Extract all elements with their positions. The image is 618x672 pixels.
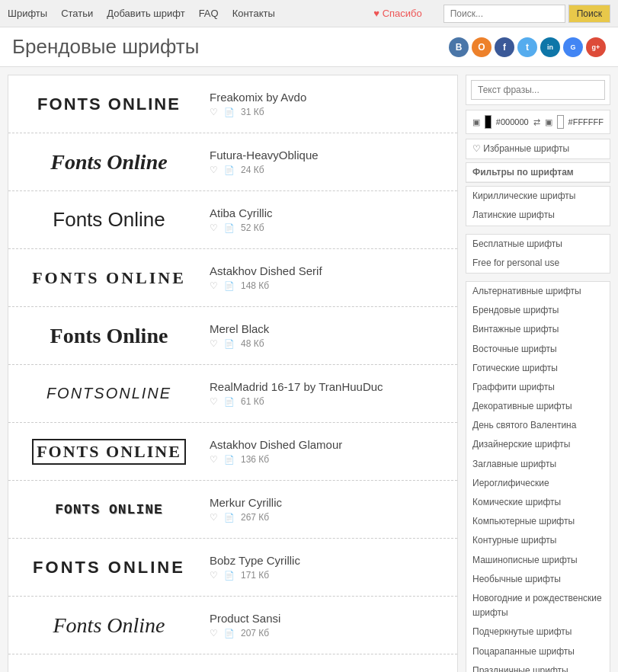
category-filter-link[interactable]: Восточные шрифты	[466, 340, 610, 359]
category-filter-link[interactable]: Граффити шрифты	[466, 378, 610, 397]
favorite-icon-merel[interactable]: ♡	[210, 338, 218, 349]
font-preview-freakomix[interactable]: FONTS ONLINE	[18, 83, 200, 125]
font-meta-bobz: ♡ 📄 171 Кб	[210, 570, 300, 581]
price-filter-section: Бесплатные шрифтыFree for personal use	[466, 234, 610, 274]
phrase-input[interactable]	[471, 80, 605, 100]
social-vk[interactable]: В	[449, 37, 469, 57]
category-filter-link[interactable]: Необычные шрифты	[466, 570, 610, 589]
font-meta-freakomix: ♡ 📄 31 Кб	[210, 107, 306, 117]
social-g1[interactable]: G	[563, 37, 583, 57]
font-name-futura[interactable]: Futura-HeavyOblique	[210, 149, 319, 162]
category-filter-section: Альтернативные шрифтыБрендовые шрифтыВин…	[466, 281, 610, 672]
font-preview-product[interactable]: Fonts Online	[18, 604, 200, 646]
font-name-atiba[interactable]: Atiba Cyrillic	[210, 206, 273, 219]
font-preview-astakhov-glamour[interactable]: FONTS ONLINE	[18, 430, 200, 472]
font-preview-atiba[interactable]: Fonts Online	[18, 199, 200, 241]
favorites-link[interactable]: ♡ Избранные шрифты	[466, 139, 610, 158]
font-preview-bobz[interactable]: FONTS ONLINE	[18, 546, 200, 588]
font-name-bobz[interactable]: Bobz Type Cyrillic	[210, 554, 300, 567]
font-size-futura: 24 Кб	[241, 165, 264, 175]
font-name-astakhov-glamour[interactable]: Astakhov Dished Glamour	[210, 438, 342, 451]
favorite-icon-product[interactable]: ♡	[210, 628, 218, 638]
font-meta-astakhov-glamour: ♡ 📄 136 Кб	[210, 454, 342, 465]
favorite-icon-futura[interactable]: ♡	[210, 165, 218, 175]
page-title: Брендовые шрифты	[12, 35, 449, 59]
price-filter-link[interactable]: Бесплатные шрифты	[466, 235, 610, 254]
main-content: FONTS ONLINE Freakomix by Avdo ♡ 📄 31 Кб…	[0, 67, 618, 672]
font-preview-merkur[interactable]: FONTS ONLINE	[18, 488, 200, 530]
category-filter-link[interactable]: День святого Валентина	[466, 416, 610, 435]
font-preview-text: FONTSONLiNE	[46, 385, 171, 402]
script-filter-link[interactable]: Латинские шрифты	[466, 206, 610, 225]
font-name-freakomix[interactable]: Freakomix by Avdo	[210, 91, 306, 104]
favorite-icon-astakhov-glamour[interactable]: ♡	[210, 454, 218, 465]
font-preview-futura[interactable]: Fonts Online	[18, 141, 200, 183]
nav-thanks[interactable]: ♥ Спасибо	[373, 8, 421, 19]
font-name-product[interactable]: Product Sansi	[210, 612, 280, 625]
search-button[interactable]: Поиск	[568, 5, 610, 23]
category-filter-link[interactable]: Декоративные шрифты	[466, 397, 610, 416]
font-item-realmadrid: FONTSONLiNE RealMadrid 16-17 by TranHuuD…	[8, 365, 457, 423]
font-list: FONTS ONLINE Freakomix by Avdo ♡ 📄 31 Кб…	[8, 75, 458, 672]
nav-articles[interactable]: Статьи	[61, 8, 93, 19]
social-fb[interactable]: f	[495, 37, 514, 57]
favorite-icon-merkur[interactable]: ♡	[210, 512, 218, 523]
category-filter-link[interactable]: Новогодние и рождественские шрифты	[466, 589, 610, 622]
font-name-merkur[interactable]: Merkur Cyrillic	[210, 496, 282, 509]
light-color-swatch[interactable]	[557, 115, 564, 129]
nav-faq[interactable]: FAQ	[199, 8, 219, 19]
price-filter-link[interactable]: Free for personal use	[466, 254, 610, 273]
nav-fonts[interactable]: Шрифты	[8, 8, 47, 19]
category-filter-link[interactable]: Подчеркнутые шрифты	[466, 622, 610, 642]
category-filter-link[interactable]: Иероглифические	[466, 474, 610, 493]
category-filter-link[interactable]: Винтажные шрифты	[466, 320, 610, 339]
category-filter-link[interactable]: Машинописные шрифты	[466, 551, 610, 570]
font-item-futura: Fonts Online Futura-HeavyOblique ♡ 📄 24 …	[8, 133, 457, 191]
font-meta-futura: ♡ 📄 24 Кб	[210, 165, 319, 175]
font-preview-astakhov-serif[interactable]: FONTS ONLINE	[18, 257, 200, 299]
font-preview-text: Fonts Online	[50, 150, 167, 174]
category-filter-link[interactable]: Альтернативные шрифты	[466, 282, 610, 301]
font-preview-text: FONTS ONLINE	[32, 268, 186, 288]
social-li[interactable]: in	[540, 37, 560, 57]
social-gplus[interactable]: g+	[586, 37, 606, 57]
phrase-search-box	[466, 75, 610, 105]
nav-add[interactable]: Добавить шрифт	[107, 8, 184, 19]
category-filter-link[interactable]: Праздничные шрифты	[466, 661, 610, 672]
favorite-icon-bobz[interactable]: ♡	[210, 570, 218, 581]
favorite-icon-astakhov-serif[interactable]: ♡	[210, 280, 218, 291]
font-preview-realmadrid[interactable]: FONTSONLiNE	[18, 373, 200, 414]
nav-contacts[interactable]: Контакты	[232, 8, 275, 19]
category-filter-link[interactable]: Контурные шрифты	[466, 531, 610, 550]
font-preview-text: Fonts Online	[50, 324, 168, 348]
font-size-bobz: 171 Кб	[241, 570, 269, 581]
category-filter-link[interactable]: Комические шрифты	[466, 493, 610, 512]
font-name-realmadrid[interactable]: RealMadrid 16-17 by TranHuuDuc	[210, 380, 383, 393]
category-filter-link[interactable]: Заглавные шрифты	[466, 455, 610, 474]
social-ok[interactable]: О	[472, 37, 492, 57]
file-icon-merel: 📄	[224, 339, 235, 349]
font-preview-merel[interactable]: Fonts Online	[18, 315, 200, 357]
category-filter-link[interactable]: Компьютерные шрифты	[466, 512, 610, 531]
favorite-icon-atiba[interactable]: ♡	[210, 222, 218, 233]
search-input[interactable]	[443, 5, 565, 23]
social-tw[interactable]: t	[517, 37, 537, 57]
script-filter-link[interactable]: Кириллические шрифты	[466, 187, 610, 206]
favorite-icon-realmadrid[interactable]: ♡	[210, 396, 218, 407]
font-size-astakhov-glamour: 136 Кб	[241, 454, 269, 465]
category-filter-link[interactable]: Брендовые шрифты	[466, 301, 610, 320]
category-filter-link[interactable]: Готические шрифты	[466, 359, 610, 378]
search-form: Поиск	[443, 5, 610, 23]
font-info-product: Product Sansi ♡ 📄 207 Кб	[210, 612, 280, 638]
category-filter-link[interactable]: Дизайнерские шрифты	[466, 435, 610, 454]
color-settings: ▣ #000000 ⇄ ▣ #FFFFFF	[466, 110, 610, 134]
font-name-merel[interactable]: Merel Black	[210, 322, 269, 335]
dark-color-label: #000000	[496, 117, 529, 126]
category-filter-link[interactable]: Поцарапанные шрифты	[466, 642, 610, 661]
file-icon-astakhov-glamour: 📄	[224, 455, 235, 465]
font-info-astakhov-serif: Astakhov Dished Serif ♡ 📄 148 Кб	[210, 264, 322, 291]
font-name-astakhov-serif[interactable]: Astakhov Dished Serif	[210, 264, 322, 277]
favorite-icon-freakomix[interactable]: ♡	[210, 107, 218, 117]
dark-color-swatch[interactable]	[485, 115, 492, 129]
font-item-atiba: Fonts Online Atiba Cyrillic ♡ 📄 52 Кб	[8, 191, 457, 249]
